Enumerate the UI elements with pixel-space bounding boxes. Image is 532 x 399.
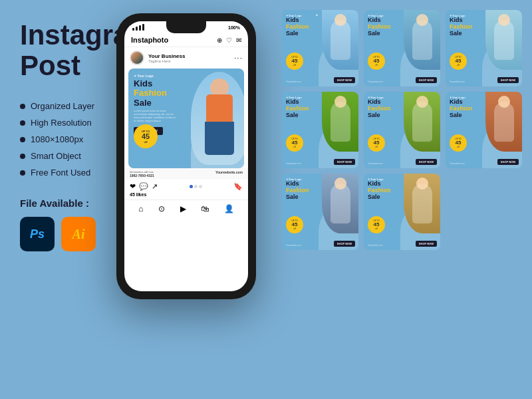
grid-badge-off: off <box>293 64 295 66</box>
post-card: ✦ Your Logo Kids Fashion Sale Lorem ipsu… <box>128 68 244 168</box>
heart-icon[interactable]: ♡ <box>226 37 232 44</box>
grid-card-content: ✦ Your Logo Kids Fashion Sale UP TO 45 o… <box>364 92 440 168</box>
grid-card-content: ✦ Your Logo Kids Fashion Sale UP TO 45 o… <box>364 174 440 250</box>
grid-child-img <box>485 92 522 152</box>
grid-shop-btn[interactable]: SHOP NOW <box>334 241 355 247</box>
badge-off: off <box>144 140 147 144</box>
grid-shop-btn[interactable]: SHOP NOW <box>334 77 355 83</box>
grid-badge: UP TO 45 off <box>450 53 467 70</box>
illustrator-icon-box: Ai <box>61 217 96 251</box>
search-nav-icon[interactable]: ⊙ <box>158 204 165 213</box>
phone-notch <box>166 21 206 33</box>
heart-action-icon[interactable]: ❤ <box>130 182 136 191</box>
grid-website: Yourwebsite.com <box>286 244 301 247</box>
grid-card-content: ✦ Your Logo Kids Fashion Sale UP TO 45 o… <box>282 174 358 250</box>
grid-card-content: ✦ Your Logo ✦ Kids Fashion Sale UP TO 45… <box>282 10 358 86</box>
signal-bar-1 <box>132 28 134 31</box>
home-nav-icon[interactable]: ⌂ <box>138 204 143 213</box>
title-line2: Post <box>20 50 80 81</box>
grid-card-5: ✦ Your Logo Kids Fashion Sale UP TO 45 o… <box>364 92 440 168</box>
grid-card-1: ✦ Your Logo ✦ Kids Fashion Sale UP TO 45… <box>282 10 358 86</box>
grid-website: Yourwebsite.com <box>286 162 301 165</box>
bullet-icon <box>20 170 25 176</box>
grid-child-img <box>485 10 522 70</box>
post-likes: 45 likes <box>130 192 243 197</box>
post-actions: ❤ 💬 ↗ 🔖 <box>130 182 243 191</box>
grid-badge: UP TO 45 off <box>368 134 385 152</box>
bullet-icon <box>20 154 25 159</box>
app-name: Instaphoto <box>131 36 168 44</box>
message-icon[interactable]: ✉ <box>236 37 241 44</box>
grid-website: Yourwebsite.com <box>450 162 465 165</box>
grid-card-content: ✦ Your Logo Kids Fashion Sale UP TO 45 o… <box>446 92 522 168</box>
grid-child-img <box>322 10 358 70</box>
grid-badge: UP TO 45 off <box>368 216 385 233</box>
grid-shop-btn[interactable]: SHOP NOW <box>416 77 437 83</box>
add-icon[interactable]: ⊕ <box>217 37 222 44</box>
share-action-icon[interactable]: ↗ <box>152 182 158 191</box>
phone-outer: 11 : 11 a.m. 100% Instaphoto ⊕ ♡ ✉ Your … <box>116 13 256 299</box>
grid-website: Yourwebsite.com <box>368 162 383 165</box>
website-label: Yourwebsite.com <box>215 170 243 174</box>
template-grid: ✦ Your Logo ✦ Kids Fashion Sale UP TO 45… <box>282 10 522 250</box>
grid-child-img <box>322 92 358 152</box>
child-image <box>191 72 244 165</box>
phone-screen: 11 : 11 a.m. 100% Instaphoto ⊕ ♡ ✉ Your … <box>124 21 248 291</box>
info-website: Yourwebsite.com <box>215 170 243 178</box>
grid-badge: UP TO 45 off <box>286 134 303 152</box>
grid-website: Yourwebsite.com <box>286 80 301 83</box>
dot-1 <box>194 185 198 188</box>
grid-shop-btn[interactable]: SHOP NOW <box>416 159 437 165</box>
grid-child-img <box>322 174 358 233</box>
ps-label: Ps <box>30 227 45 241</box>
bullet-icon <box>20 104 25 109</box>
grid-card-8: ✦ Your Logo Kids Fashion Sale UP TO 45 o… <box>364 174 440 250</box>
grid-shop-btn[interactable]: SHOP NOW <box>497 77 519 83</box>
nav-icons: ⊕ ♡ ✉ <box>217 37 241 44</box>
grid-card-content: ✦ Your Logo Kids Fashion Sale UP TO 45 o… <box>446 10 522 86</box>
grid-child-img <box>404 10 440 70</box>
dot-active <box>190 185 193 188</box>
post-lorem-text: Lorem ipsum dolor sit amet, consectetur … <box>134 109 177 123</box>
grid-badge: UP TO 45 off <box>286 216 303 233</box>
grid-website: Yourwebsite.com <box>368 80 383 83</box>
grid-child-img <box>404 174 440 233</box>
bottom-nav-bar: ⌂ ⊙ ▶ 🛍 👤 <box>124 200 248 217</box>
grid-badge: UP TO 45 off <box>368 53 385 70</box>
grid-shop-btn[interactable]: SHOP NOW <box>334 159 355 165</box>
grid-shop-btn[interactable]: SHOP NOW <box>497 159 519 165</box>
grid-card-3: ✦ Your Logo Kids Fashion Sale UP TO 45 o… <box>446 10 522 86</box>
signal-bars <box>132 24 144 31</box>
grid-badge: UP TO 45 off <box>286 53 303 70</box>
grid-card-6: ✦ Your Logo Kids Fashion Sale UP TO 45 o… <box>446 92 522 168</box>
reels-nav-icon[interactable]: ▶ <box>180 204 186 213</box>
signal-bar-3 <box>139 25 141 31</box>
post-header: Your Business Tagline Here ··· <box>124 47 248 68</box>
grid-card-content: ✦ Your Logo Kids Fashion Sale UP TO 45 o… <box>364 10 440 86</box>
status-battery: 100% <box>228 25 240 30</box>
bookmark-icon[interactable]: 🔖 <box>233 182 243 191</box>
grid-card-content: ✦ Your Logo Kids Fashion Sale UP TO 45 o… <box>282 92 358 168</box>
ai-label: Ai <box>72 227 85 242</box>
more-options[interactable]: ··· <box>234 53 243 63</box>
profile-nav-icon[interactable]: 👤 <box>224 204 234 213</box>
phone-mockup: 11 : 11 a.m. 100% Instaphoto ⊕ ♡ ✉ Your … <box>116 13 256 386</box>
avatar <box>130 51 144 65</box>
post-dots <box>190 185 202 188</box>
bullet-icon <box>20 137 25 142</box>
username: Your Business <box>148 53 234 59</box>
grid-badge-num: 45 <box>292 59 298 64</box>
grid-card-4: ✦ Your Logo Kids Fashion Sale UP TO 45 o… <box>282 92 358 168</box>
badge-percent: 45 <box>142 133 150 140</box>
post-info-strip: Information call now 1982-7650-4321 Your… <box>124 168 248 180</box>
comment-action-icon[interactable]: 💬 <box>139 182 148 191</box>
shop-nav-icon[interactable]: 🛍 <box>201 204 209 213</box>
bullet-icon <box>20 120 25 126</box>
signal-bar-2 <box>136 27 138 31</box>
plus-decoration: ✦ <box>315 13 319 17</box>
post-card-inner: ✦ Your Logo Kids Fashion Sale Lorem ipsu… <box>128 68 244 168</box>
sale-badge: UP TO 45 off <box>134 124 158 148</box>
grid-website: Yourwebsite.com <box>368 244 383 247</box>
grid-shop-btn[interactable]: SHOP NOW <box>416 241 437 247</box>
grid-badge: UP TO 45 off <box>450 134 467 152</box>
